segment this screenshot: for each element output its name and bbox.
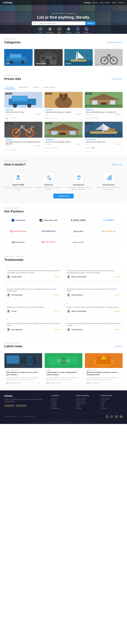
search-button[interactable]: Search bbox=[85, 21, 95, 25]
nav-howitworks[interactable]: How It Works bbox=[100, 2, 110, 4]
news-card-2[interactable]: Guides 3 Days guide to create a listing … bbox=[44, 353, 83, 386]
browse-categories-link[interactable]: Browse Categories › bbox=[107, 42, 123, 43]
svg-rect-75 bbox=[102, 124, 103, 132]
promo-badge-5: 7 Photos bbox=[45, 122, 52, 124]
svg-rect-69 bbox=[44, 135, 82, 138]
footer-link-ny[interactable]: New York bbox=[51, 398, 73, 400]
partner-hookmiller[interactable]: 🔗 HOOKMILLER bbox=[94, 226, 123, 236]
realestate-icon: 🏠 bbox=[48, 27, 52, 31]
category-cars[interactable]: Cars bbox=[4, 49, 33, 66]
avatar-7: 👤 bbox=[7, 328, 10, 332]
partner-lovebooks[interactable]: ❤ LOVE BOOKS bbox=[34, 238, 63, 247]
partner-henderson[interactable]: HENDERSON bbox=[34, 226, 63, 236]
search-input[interactable] bbox=[38, 21, 85, 25]
promo-fav-2[interactable]: ♡ bbox=[80, 93, 82, 95]
promo-loc-2: Pets bbox=[46, 114, 48, 115]
cat-strip-bikes[interactable]: 🚲 Bikes bbox=[57, 27, 62, 33]
google-play-btn[interactable]: ▶ Google Play bbox=[16, 404, 27, 407]
footer-link-blog[interactable]: Blog bbox=[101, 403, 123, 404]
promo-card-5[interactable]: 7 Photos ♡ $245,00.0 House on Sale in Sp… bbox=[44, 122, 83, 152]
footer-link-philly[interactable]: Philadelphia bbox=[51, 408, 73, 409]
footer-link-faq[interactable]: FAQ bbox=[101, 405, 123, 407]
svg-rect-18 bbox=[70, 60, 87, 62]
footer-link-ca[interactable]: California bbox=[51, 400, 73, 402]
tab-top-auctions[interactable]: Top Auctions bbox=[17, 86, 29, 89]
testimonial-2: " Communicates, good showroom advice and… bbox=[64, 264, 123, 280]
nav-pricing[interactable]: Pricing bbox=[92, 2, 98, 4]
tab-promo-ads[interactable]: Promo Ads bbox=[4, 86, 15, 89]
promo-card-6[interactable]: 8 Photos ♡ $1,519,119.0 2019 Sea Arrow S… bbox=[84, 122, 123, 152]
news-card-1[interactable]: Business & Tips How Lisfinity can help y… bbox=[4, 353, 42, 386]
footer-link-privacy[interactable]: Privacy Policy bbox=[76, 398, 98, 400]
facebook-icon[interactable]: f bbox=[105, 415, 109, 418]
footer-link-contact[interactable]: Contact bbox=[101, 408, 123, 409]
promo-fav-5[interactable]: ♡ bbox=[80, 122, 82, 125]
partner-madison-name: MADISON bbox=[73, 241, 84, 243]
promo-fav-1[interactable]: ♡ bbox=[40, 93, 42, 95]
promo-loc-5: Springfield bbox=[46, 144, 52, 145]
all-news-link[interactable]: All News › bbox=[115, 345, 123, 347]
how-step-exposure: Get Exposure Start selling to our audien… bbox=[65, 172, 93, 190]
cat-strip-realestate[interactable]: 🏠 Real Estate bbox=[47, 27, 53, 33]
partner-hourston[interactable]: H HOURSTON bbox=[4, 238, 33, 247]
register-button[interactable]: Register Now bbox=[53, 194, 73, 198]
footer-link-sitemap[interactable]: Sitemap bbox=[76, 408, 98, 409]
promo-stars-6: ★★★★★ bbox=[115, 143, 121, 145]
check-all-ads-link[interactable]: Check all ads › bbox=[111, 78, 123, 80]
svg-point-43 bbox=[64, 98, 65, 99]
twitter-icon[interactable]: t bbox=[110, 415, 113, 418]
category-bikes[interactable]: Bikes bbox=[94, 49, 123, 66]
promo-card-1[interactable]: F 7 Photos ♡ $28,119.0 BMW M 340i xDrive… bbox=[4, 92, 43, 120]
footer-link-houston[interactable]: Houston bbox=[51, 405, 73, 407]
cat-strip-cars[interactable]: 🚗 Cars bbox=[38, 27, 43, 33]
partner-honeydew[interactable]: Honeydew bbox=[64, 226, 93, 236]
tab-latest-products[interactable]: Latest Products bbox=[42, 86, 57, 89]
footer-link-howitworks[interactable]: How it Works bbox=[101, 398, 123, 400]
partner-darkside[interactable]: DARKSIDE CAFE bbox=[34, 216, 63, 225]
youtube-icon[interactable]: ▶ bbox=[119, 415, 123, 418]
nav-news[interactable]: News bbox=[112, 2, 116, 4]
svg-point-42 bbox=[62, 98, 63, 99]
nav-submit[interactable]: Submit bbox=[118, 2, 123, 4]
category-cars-label: Cars bbox=[6, 62, 10, 65]
footer-link-gdpr[interactable]: GDPR bbox=[76, 405, 98, 407]
partner-everlane[interactable]: EVERLANE bbox=[64, 216, 93, 225]
partner-frobes[interactable]: ✦ FROBES bbox=[94, 216, 123, 225]
promo-meta-4: Sports ★★★★☆ bbox=[6, 145, 41, 147]
promo-card-3[interactable]: 5 Photos ♡ $549,00.0 Hello, beautiful fa… bbox=[84, 92, 123, 120]
cat-strip-services[interactable]: 🔧 Services bbox=[84, 27, 89, 33]
category-boats[interactable]: Boats bbox=[64, 49, 93, 66]
news-card-3[interactable]: Work & Life Work from anywhere and get a… bbox=[85, 353, 123, 386]
partner-andersen[interactable]: ANDERSEN bbox=[4, 216, 33, 225]
register-now-link[interactable]: Register now › bbox=[112, 164, 123, 166]
cat-strip-electronics[interactable]: ⌚ Electronics bbox=[65, 27, 72, 33]
cars-icon: 🚗 bbox=[38, 27, 43, 31]
svg-rect-97 bbox=[7, 355, 19, 364]
app-store-btn[interactable]: 🍎 App Store bbox=[4, 404, 15, 407]
footer-link-pricing[interactable]: Pricing bbox=[101, 400, 123, 402]
svg-rect-71 bbox=[69, 131, 72, 134]
news-excerpt-2: How to best prepare your listing for sal… bbox=[46, 377, 81, 380]
partner-graphic[interactable]: G GRAPHIC DESIGN bbox=[4, 226, 33, 236]
svg-rect-27 bbox=[107, 54, 110, 56]
promo-card-2[interactable]: 4 Photos ♡ $2,119.0 Giving beautiful dog… bbox=[44, 92, 83, 120]
promo-info-2: $2,119.0 Giving beautiful dog away for a… bbox=[44, 108, 82, 116]
promo-fav-6[interactable]: ♡ bbox=[120, 122, 122, 125]
partner-madison[interactable]: MADISON bbox=[64, 238, 93, 247]
linkedin-icon[interactable]: in bbox=[115, 415, 118, 418]
tab-on-sale[interactable]: On Sale bbox=[32, 86, 40, 89]
footer-link-chicago[interactable]: Chicago bbox=[51, 403, 73, 404]
promo-fav-4[interactable]: ♡ bbox=[40, 122, 42, 125]
promo-info-5: $245,00.0 House on Sale in Springfield, … bbox=[44, 138, 82, 146]
footer-findout-title: Find out more bbox=[101, 394, 123, 396]
footer-link-cookie[interactable]: Cookie Policy bbox=[76, 403, 98, 404]
news-article-title-1: How Lisfinity can help you to earn from … bbox=[6, 371, 40, 376]
testimonial-6: " Bought a car from this dealer, very sa… bbox=[64, 300, 123, 315]
footer-link-terms[interactable]: Terms of Use bbox=[76, 400, 98, 402]
promo-fav-3[interactable]: ♡ bbox=[120, 93, 122, 95]
promo-card-4[interactable]: 6 Photos ♡ $4,119.0 Specialized Roubaix … bbox=[4, 122, 43, 152]
nav-listings[interactable]: Listings bbox=[84, 2, 91, 4]
cat-strip-fashion[interactable]: 👗 Fashion bbox=[76, 27, 80, 33]
news-header: From our Blog Latest news All News › bbox=[4, 342, 123, 350]
category-realestate[interactable]: Real Estate bbox=[34, 49, 63, 66]
